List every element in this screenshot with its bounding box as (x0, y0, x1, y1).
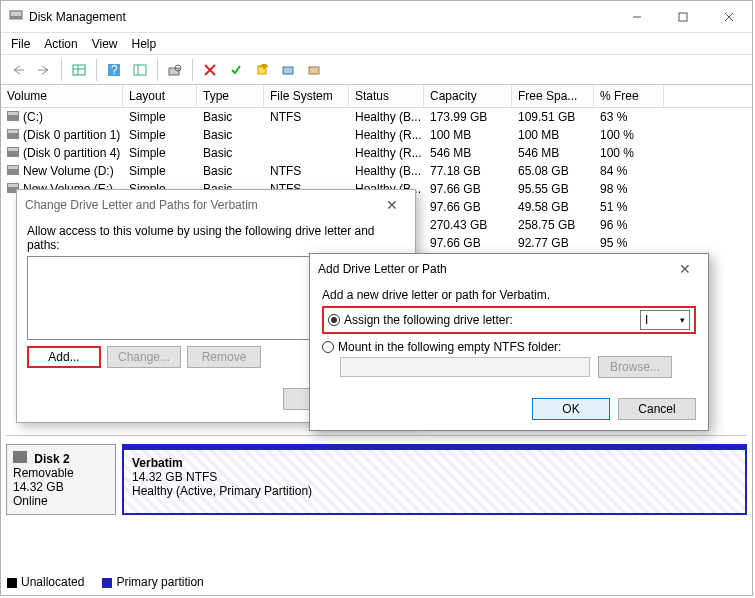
add-button[interactable]: Add... (27, 346, 101, 368)
minimize-button[interactable] (614, 3, 660, 31)
legend-unallocated: Unallocated (21, 575, 84, 589)
disk-label: Disk 2 (34, 452, 69, 466)
close-button[interactable] (706, 3, 752, 31)
disk-state: Online (13, 494, 48, 508)
dlg2-title: Add Drive Letter or Path (318, 262, 670, 276)
maximize-button[interactable] (660, 3, 706, 31)
mount-radio[interactable] (322, 341, 334, 353)
back-icon[interactable] (7, 59, 29, 81)
add-drive-letter-dialog: Add Drive Letter or Path ✕ Add a new dri… (309, 253, 709, 431)
menu-view[interactable]: View (92, 37, 118, 51)
grid-icon[interactable] (68, 59, 90, 81)
svg-text:✱: ✱ (259, 64, 268, 72)
disk-size: 14.32 GB (13, 480, 64, 494)
svg-rect-22 (309, 67, 319, 74)
col-status[interactable]: Status (349, 85, 424, 107)
drive-letter-value: I (645, 313, 648, 327)
col-layout[interactable]: Layout (123, 85, 197, 107)
col-free[interactable]: Free Spa... (512, 85, 594, 107)
svg-rect-3 (679, 13, 687, 21)
mount-label: Mount in the following empty NTFS folder… (338, 340, 561, 354)
col-pctfree[interactable]: % Free (594, 85, 664, 107)
forward-icon[interactable] (33, 59, 55, 81)
col-capacity[interactable]: Capacity (424, 85, 512, 107)
dlg1-title: Change Drive Letter and Paths for Verbat… (25, 198, 377, 212)
svg-rect-21 (283, 67, 293, 74)
chevron-down-icon: ▾ (680, 315, 685, 325)
partition-size: 14.32 GB NTFS (132, 470, 217, 484)
dlg2-cancel-button[interactable]: Cancel (618, 398, 696, 420)
window-title: Disk Management (29, 10, 614, 24)
partition-name: Verbatim (132, 456, 183, 470)
svg-rect-1 (10, 16, 22, 19)
disk-management-window: Disk Management File Action View Help ? … (0, 0, 753, 596)
assign-radio[interactable] (328, 314, 340, 326)
dlg1-close-icon[interactable]: ✕ (377, 197, 407, 213)
menu-action[interactable]: Action (44, 37, 77, 51)
mount-path-input (340, 357, 590, 377)
table-row[interactable]: New Volume (D:)SimpleBasicNTFSHealthy (B… (1, 162, 752, 180)
toolbar: ? ✱ (1, 55, 752, 85)
partition-block[interactable]: Verbatim 14.32 GB NTFS Healthy (Active, … (122, 444, 747, 515)
browse-button[interactable]: Browse... (598, 356, 672, 378)
table-row[interactable]: (Disk 0 partition 4)SimpleBasicHealthy (… (1, 144, 752, 162)
new-icon[interactable]: ✱ (251, 59, 273, 81)
disk-graphical-view: Disk 2 Removable 14.32 GB Online Verbati… (6, 435, 747, 545)
svg-rect-8 (73, 65, 85, 75)
legend-primary: Primary partition (116, 575, 203, 589)
check-icon[interactable] (225, 59, 247, 81)
properties-icon[interactable] (164, 59, 186, 81)
grid-header: Volume Layout Type File System Status Ca… (1, 85, 752, 108)
titlebar: Disk Management (1, 1, 752, 33)
dlg2-prompt: Add a new drive letter or path for Verba… (322, 288, 696, 302)
drive-letter-combo[interactable]: I ▾ (640, 310, 690, 330)
disk-type: Removable (13, 466, 74, 480)
col-fs[interactable]: File System (264, 85, 349, 107)
change-button[interactable]: Change... (107, 346, 181, 368)
dlg2-close-icon[interactable]: ✕ (670, 261, 700, 277)
disk-header[interactable]: Disk 2 Removable 14.32 GB Online (6, 444, 116, 515)
refresh-icon[interactable] (129, 59, 151, 81)
table-row[interactable]: (C:)SimpleBasicNTFSHealthy (B...173.99 G… (1, 108, 752, 126)
legend: Unallocated Primary partition (7, 575, 204, 589)
table-row[interactable]: (Disk 0 partition 1)SimpleBasicHealthy (… (1, 126, 752, 144)
remove-button[interactable]: Remove (187, 346, 261, 368)
svg-rect-15 (169, 68, 179, 75)
col-volume[interactable]: Volume (1, 85, 123, 107)
help-icon[interactable]: ? (103, 59, 125, 81)
disk2-icon[interactable] (303, 59, 325, 81)
svg-rect-13 (134, 65, 146, 75)
dlg2-ok-button[interactable]: OK (532, 398, 610, 420)
menu-help[interactable]: Help (132, 37, 157, 51)
hdd-icon (9, 8, 23, 25)
dlg1-prompt: Allow access to this volume by using the… (27, 224, 405, 252)
partition-status: Healthy (Active, Primary Partition) (132, 484, 312, 498)
menu-file[interactable]: File (11, 37, 30, 51)
col-type[interactable]: Type (197, 85, 264, 107)
delete-icon[interactable] (199, 59, 221, 81)
assign-label: Assign the following drive letter: (344, 313, 640, 327)
svg-text:?: ? (111, 63, 118, 77)
menubar: File Action View Help (1, 33, 752, 55)
disk1-icon[interactable] (277, 59, 299, 81)
